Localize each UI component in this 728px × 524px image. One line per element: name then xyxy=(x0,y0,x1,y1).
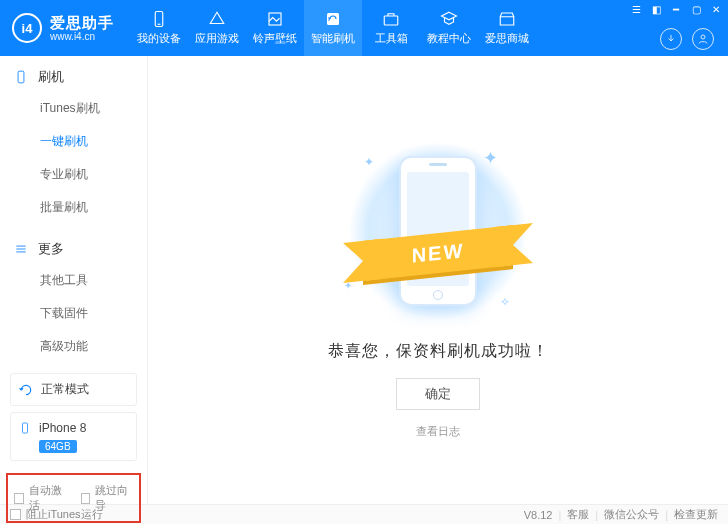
success-message: 恭喜您，保资料刷机成功啦！ xyxy=(328,341,549,362)
tutorial-icon xyxy=(440,10,458,28)
sidebar-item-other-tools[interactable]: 其他工具 xyxy=(0,264,147,297)
main-tabs: 我的设备 应用游戏 铃声壁纸 智能刷机 工具箱 教程中心 爱思商城 xyxy=(130,0,536,56)
svg-rect-3 xyxy=(327,13,339,25)
ok-button[interactable]: 确定 xyxy=(396,378,480,410)
title-bar: i4 爱思助手 www.i4.cn 我的设备 应用游戏 铃声壁纸 智能刷机 工具… xyxy=(0,0,728,56)
section-title: 更多 xyxy=(38,240,64,258)
device-icon xyxy=(150,10,168,28)
section-title: 刷机 xyxy=(38,68,64,86)
checkbox-icon xyxy=(81,493,91,504)
logo-icon: i4 xyxy=(12,13,42,43)
success-illustration: ✦ ✦ ✦ ✧ NEW xyxy=(338,141,538,321)
user-button[interactable] xyxy=(692,28,714,50)
tab-ringwall[interactable]: 铃声壁纸 xyxy=(246,0,304,56)
maximize-icon[interactable]: ▢ xyxy=(690,3,702,15)
main-area: 刷机 iTunes刷机 一键刷机 专业刷机 批量刷机 更多 其他工具 下载固件 … xyxy=(0,56,728,504)
tab-label: 爱思商城 xyxy=(485,31,529,46)
settings-icon[interactable]: ☰ xyxy=(630,3,642,15)
connected-device[interactable]: iPhone 8 64GB xyxy=(10,412,137,461)
block-itunes-checkbox[interactable]: 阻止iTunes运行 xyxy=(10,507,103,522)
tab-label: 工具箱 xyxy=(375,31,408,46)
tab-label: 铃声壁纸 xyxy=(253,31,297,46)
flash-icon xyxy=(324,10,342,28)
app-title: 爱思助手 xyxy=(50,14,114,31)
content-pane: ✦ ✦ ✦ ✧ NEW 恭喜您，保资料刷机成功啦！ 确定 查看日志 xyxy=(148,56,728,504)
tab-toolbox[interactable]: 工具箱 xyxy=(362,0,420,56)
more-icon xyxy=(14,242,28,256)
app-logo: i4 爱思助手 www.i4.cn xyxy=(0,0,124,56)
sidebar: 刷机 iTunes刷机 一键刷机 专业刷机 批量刷机 更多 其他工具 下载固件 … xyxy=(0,56,148,504)
checkbox-icon xyxy=(10,509,21,520)
tab-games[interactable]: 应用游戏 xyxy=(188,0,246,56)
device-name: iPhone 8 xyxy=(39,421,86,435)
view-log-link[interactable]: 查看日志 xyxy=(416,424,460,439)
refresh-icon xyxy=(19,383,33,397)
checkbox-label: 阻止iTunes运行 xyxy=(26,507,103,522)
svg-point-5 xyxy=(701,35,705,39)
minimize-icon[interactable]: ━ xyxy=(670,3,682,15)
download-button[interactable] xyxy=(660,28,682,50)
device-icon xyxy=(19,420,31,436)
app-url: www.i4.cn xyxy=(50,31,114,43)
sidebar-item-pro-flash[interactable]: 专业刷机 xyxy=(0,158,147,191)
tab-label: 智能刷机 xyxy=(311,31,355,46)
sidebar-item-advanced[interactable]: 高级功能 xyxy=(0,330,147,363)
tab-label: 教程中心 xyxy=(427,31,471,46)
wallpaper-icon xyxy=(266,10,284,28)
close-icon[interactable]: ✕ xyxy=(710,3,722,15)
phone-icon xyxy=(14,70,28,84)
toolbox-icon xyxy=(382,10,400,28)
support-link[interactable]: 客服 xyxy=(567,507,589,522)
sidebar-item-batch-flash[interactable]: 批量刷机 xyxy=(0,191,147,224)
svg-rect-6 xyxy=(18,71,24,83)
wechat-link[interactable]: 微信公众号 xyxy=(604,507,659,522)
tab-store[interactable]: 爱思商城 xyxy=(478,0,536,56)
sidebar-item-download-fw[interactable]: 下载固件 xyxy=(0,297,147,330)
tab-tutorial[interactable]: 教程中心 xyxy=(420,0,478,56)
skin-icon[interactable]: ◧ xyxy=(650,3,662,15)
sidebar-item-itunes-flash[interactable]: iTunes刷机 xyxy=(0,92,147,125)
sidebar-item-oneclick-flash[interactable]: 一键刷机 xyxy=(0,125,147,158)
version-label: V8.12 xyxy=(524,509,553,521)
mode-label: 正常模式 xyxy=(41,381,89,398)
tab-device[interactable]: 我的设备 xyxy=(130,0,188,56)
tab-flash[interactable]: 智能刷机 xyxy=(304,0,362,56)
header-actions xyxy=(660,28,714,50)
device-capacity-badge: 64GB xyxy=(39,440,77,453)
window-controls: ☰ ◧ ━ ▢ ✕ xyxy=(630,3,722,15)
check-update-link[interactable]: 检查更新 xyxy=(674,507,718,522)
tab-label: 我的设备 xyxy=(137,31,181,46)
apps-icon xyxy=(208,10,226,28)
store-icon xyxy=(498,10,516,28)
sidebar-section-flash: 刷机 xyxy=(0,56,147,92)
sidebar-section-more: 更多 xyxy=(0,228,147,264)
svg-rect-10 xyxy=(23,423,28,433)
svg-rect-4 xyxy=(384,16,398,25)
device-mode-status[interactable]: 正常模式 xyxy=(10,373,137,406)
checkbox-icon xyxy=(14,493,24,504)
tab-label: 应用游戏 xyxy=(195,31,239,46)
